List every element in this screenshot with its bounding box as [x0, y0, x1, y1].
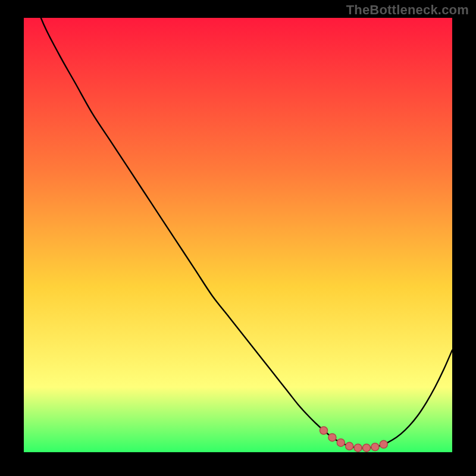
valley-marker — [380, 440, 387, 448]
chart-frame: TheBottleneck.com — [0, 0, 476, 476]
valley-marker — [363, 444, 371, 452]
valley-marker — [328, 434, 336, 441]
valley-marker — [371, 443, 379, 451]
valley-marker — [354, 444, 362, 452]
valley-marker — [337, 439, 345, 446]
gradient-bg — [24, 18, 452, 452]
plot-area — [24, 18, 452, 452]
valley-marker — [320, 427, 328, 434]
attribution-label: TheBottleneck.com — [346, 2, 469, 18]
valley-marker — [346, 442, 353, 450]
chart-svg — [24, 18, 452, 452]
